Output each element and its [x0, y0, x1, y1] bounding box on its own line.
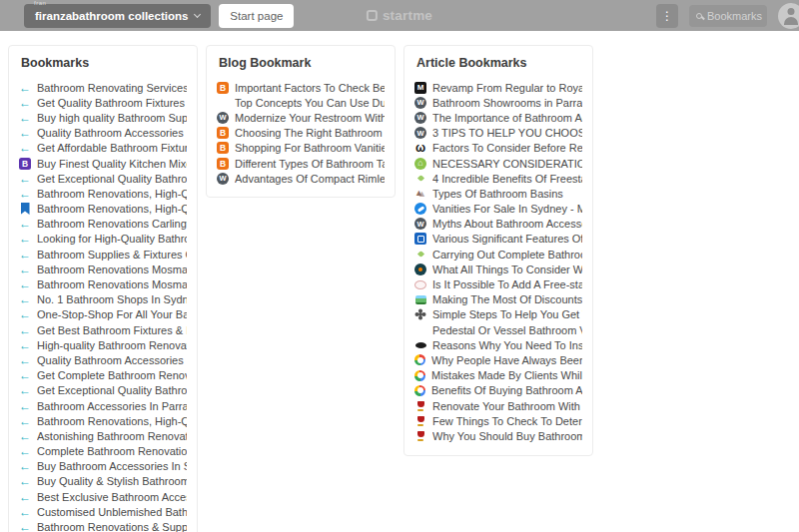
bookmark-widget: Blog Bookmark Important Factors To Check…	[206, 45, 396, 198]
bookmark-link[interactable]: Bathroom Accessories In Parrama...	[19, 398, 187, 413]
bookmark-widget: Bookmarks Bathroom Renovating Services i…	[8, 45, 198, 532]
arrow-icon	[19, 506, 31, 518]
bookmark-link[interactable]: Customised Unblemished Bathroo...	[19, 504, 187, 519]
bookmark-link[interactable]: Best Exclusive Bathroom Accessori...	[19, 489, 187, 504]
bookmark-link[interactable]: Revamp From Regular to Royal Wit...	[414, 80, 582, 95]
bookmark-label: High-quality Bathroom Renovation...	[37, 339, 187, 351]
bookmark-link[interactable]: Modernize Your Restroom With De...	[217, 110, 385, 125]
bookmark-link[interactable]: Types Of Bathroom Basins	[414, 186, 582, 201]
arrow-icon	[19, 491, 31, 503]
bookmark-list: Important Factors To Check Befor... Top …	[217, 80, 385, 186]
bookmark-label: Bathroom Renovations Mosman | ...	[37, 264, 187, 275]
bookmark-list: Revamp From Regular to Royal Wit... Bath…	[414, 80, 582, 444]
bookmark-link[interactable]: Choosing The Right Bathroom Bas...	[217, 126, 385, 141]
bookmark-link[interactable]: No. 1 Bathroom Shops In Sydney	[19, 292, 187, 307]
arrow-icon	[19, 339, 31, 351]
trophy-icon	[414, 415, 426, 427]
bookmark-link[interactable]: Quality Bathroom Accessories Fro...	[19, 352, 187, 367]
bookmark-link[interactable]: Different Types Of Bathroom Tapw...	[217, 156, 385, 171]
bookmark-link[interactable]: Get Complete Bathroom Renovati...	[19, 368, 187, 383]
bookmark-label: Complete Bathroom Renovations I...	[37, 445, 187, 457]
start-page-button[interactable]: Start page	[219, 4, 294, 28]
bookmark-label: Get Complete Bathroom Renovati...	[37, 369, 187, 381]
bookmark-link[interactable]: Bathroom Supplies & Fixtures Gra...	[19, 247, 187, 262]
bookmark-label: Mistakes Made By Clients While Se...	[431, 369, 582, 381]
bookmark-link[interactable]: Get Exceptional Quality Bathroom ...	[19, 171, 187, 186]
bookmark-link[interactable]: Renovate Your Bathroom With Bac...	[414, 398, 582, 413]
avatar-button[interactable]	[778, 3, 799, 29]
bookmark-link[interactable]: Buy Quality & Stylish Bathroom Ba...	[19, 474, 187, 489]
arrow-icon	[19, 264, 31, 275]
bookmark-link[interactable]: Astonishing Bathroom Renovation...	[19, 428, 187, 443]
bookmark-label: Quality Bathroom Accessories Fro...	[37, 354, 187, 366]
bookmark-link[interactable]: High-quality Bathroom Renovation...	[19, 337, 187, 352]
wordpress-icon	[414, 97, 426, 109]
header-right-cluster: ⋮ Bookmarks	[656, 3, 791, 29]
bookmark-link[interactable]: Shopping For Bathroom Vanities I...	[217, 141, 385, 156]
bookmark-link[interactable]: Factors To Consider Before Renov...	[414, 141, 582, 156]
bookmark-link[interactable]: Making The Most Of Discounts On...	[414, 292, 582, 307]
bookmark-link[interactable]: Bathroom Renovations Mosman | ...	[19, 262, 187, 276]
bookmark-link[interactable]: Buy Bathroom Accessories In Sydn...	[19, 459, 187, 474]
search-box[interactable]: Bookmarks	[689, 5, 767, 27]
bookmark-link[interactable]: Carrying Out Complete Bathroom ...	[414, 247, 582, 262]
bookmark-link[interactable]: Top Concepts You Can Use During ...	[217, 95, 385, 110]
bookmark-link[interactable]: Complete Bathroom Renovations I...	[19, 444, 187, 459]
omega-icon	[414, 142, 426, 154]
bookmark-link[interactable]: Bathroom Renovations, High-Qual...	[19, 186, 187, 201]
person-icon	[778, 3, 799, 29]
collection-selector[interactable]: firanzabathroom collections	[24, 4, 211, 28]
bookmark-link[interactable]: Pedestal Or Vessel Bathroom Vanit...	[414, 322, 582, 337]
bookmark-link[interactable]: Why You Should Buy Bathroom Va...	[414, 428, 582, 443]
arrow-icon	[19, 127, 31, 139]
bookmark-link[interactable]: Buy Finest Quality Kitchen Mixer T...	[19, 156, 187, 171]
bookmark-label: Is It Possible To Add A Free-standi...	[432, 278, 582, 290]
bookmark-link[interactable]: Vanities For Sale In Sydney - Make ...	[414, 202, 582, 217]
bookmark-link[interactable]: Bathroom Renovations, High-Qual...	[19, 413, 187, 428]
arrow-icon	[19, 218, 31, 230]
wordpress-icon	[217, 173, 229, 185]
bookmark-link[interactable]: Bathroom Renovations & Supplies ...	[19, 519, 187, 532]
bookmark-link[interactable]: Looking for High-Quality Bathroo...	[19, 232, 187, 247]
bookmark-link[interactable]: Few Things To Check To Determin...	[414, 413, 582, 428]
bookmark-link[interactable]: Get Quality Bathroom Fixtures in A...	[19, 95, 187, 110]
bookmark-label: Bathroom Renovations, High-Qual...	[37, 415, 187, 427]
bookmark-link[interactable]: Simple Steps To Help You Get The ...	[414, 307, 582, 322]
bookmark-link[interactable]: Bathroom Renovations Mosman | ...	[19, 276, 187, 291]
bookmark-link[interactable]: Myths About Bathroom Accessories	[414, 217, 582, 232]
bookmark-link[interactable]: Is It Possible To Add A Free-standi...	[414, 276, 582, 291]
bookmark-link[interactable]: Mistakes Made By Clients While Se...	[414, 368, 582, 383]
startme-logo-icon	[367, 10, 378, 21]
bookmark-link[interactable]: 4 Incredible Benefits Of Freestandi...	[414, 171, 582, 186]
bookmark-link[interactable]: Get Best Bathroom Fixtures & Ren...	[19, 322, 187, 337]
bookmark-label: Buy high quality Bathroom Suppli...	[37, 112, 187, 124]
disc-icon	[414, 339, 426, 351]
bookmark-link[interactable]: Benefits Of Buying Bathroom Acce...	[414, 383, 582, 398]
bookmark-label: Important Factors To Check Befor...	[235, 82, 385, 94]
bookmark-link[interactable]: Why People Have Always Been Will...	[414, 352, 582, 367]
bookmark-link[interactable]: Bathroom Renovations Carlingfor...	[19, 217, 187, 232]
bookmark-label: One-Stop-Shop For All Your Bathro...	[37, 308, 187, 320]
kebab-menu-button[interactable]: ⋮	[656, 4, 678, 28]
bookmark-link[interactable]: Buy high quality Bathroom Suppli...	[19, 110, 187, 125]
bookmark-link[interactable]: NECESSARY CONSIDERATIONS BEF...	[414, 156, 582, 171]
bookmark-link[interactable]: Advantages Of Compact Rimless T...	[217, 171, 385, 186]
bookmark-link[interactable]: Various Significant Features Of Bat...	[414, 232, 582, 247]
bookmark-label: Benefits Of Buying Bathroom Acce...	[431, 384, 582, 396]
bookmark-link[interactable]: Quality Bathroom Accessories Fro...	[19, 126, 187, 141]
bookmark-link[interactable]: Bathroom Showrooms in Parrama...	[414, 95, 582, 110]
bookmark-link[interactable]: Bathroom Renovations, High-Qual...	[19, 202, 187, 217]
bookmark-link[interactable]: Important Factors To Check Befor...	[217, 80, 385, 95]
bookmark-link[interactable]: Reasons Why You Need To Install ...	[414, 337, 582, 352]
bookmark-link[interactable]: Get Exceptional Quality Bathroom ...	[19, 383, 187, 398]
bookmark-widget: Article Bookmarks Revamp From Regular to…	[403, 45, 593, 456]
arrow-icon	[19, 278, 31, 290]
bookmark-link[interactable]: Get Affordable Bathroom Fixtures ...	[19, 141, 187, 156]
bookmark-label: Buy Finest Quality Kitchen Mixer T...	[37, 158, 187, 170]
bookmark-link[interactable]: The Importance of Bathroom Acce...	[414, 110, 582, 125]
bookmark-link[interactable]: 3 TIPS TO HELP YOU CHOOSE THE ...	[414, 126, 582, 141]
bookmark-link[interactable]: What All Things To Consider While ...	[414, 262, 582, 276]
bookmark-link[interactable]: One-Stop-Shop For All Your Bathro...	[19, 307, 187, 322]
blogger-icon	[217, 158, 229, 170]
bookmark-link[interactable]: Bathroom Renovating Services in ...	[19, 80, 187, 95]
